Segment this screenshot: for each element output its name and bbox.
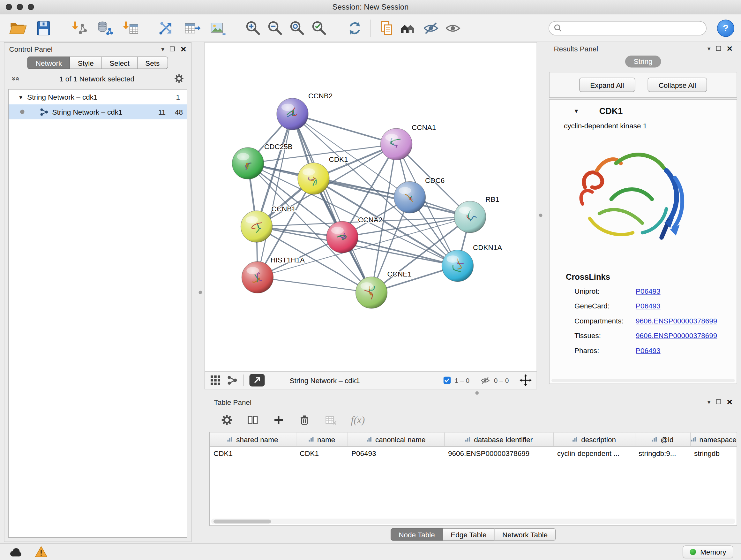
network-collection-row[interactable]: ▼ String Network – cdk1 1 <box>9 90 187 105</box>
column-header-shared-name[interactable]: shared name <box>210 433 296 447</box>
results-panel: Results Panel ▾ × String Expand All Coll… <box>549 42 738 384</box>
function-builder-icon[interactable]: f(x) <box>351 414 365 426</box>
control-panel-controls: ▾ × <box>161 45 186 53</box>
network-row-label: String Network – cdk1 <box>52 108 123 116</box>
network-share-icon <box>40 108 49 116</box>
show-columns-icon[interactable] <box>247 414 259 426</box>
new-table-button[interactable] <box>181 17 203 39</box>
import-network-database-button[interactable] <box>94 17 116 39</box>
results-scrollbar[interactable] <box>551 379 735 382</box>
node-label-CCNB1: CCNB1 <box>272 205 296 213</box>
tree-expand-icon[interactable]: ▼ <box>18 94 23 100</box>
selected-checkbox-icon[interactable] <box>443 376 451 384</box>
open-session-button[interactable] <box>7 17 29 39</box>
horizontal-splitter-handle[interactable] <box>475 391 479 395</box>
collapse-all-button[interactable]: Collapse All <box>648 78 707 92</box>
collapse-panel-icon[interactable]: ▾ <box>708 45 711 52</box>
zoom-in-button[interactable] <box>242 17 264 39</box>
open-in-new-window-button[interactable] <box>250 374 265 387</box>
string-home-button[interactable] <box>398 17 420 39</box>
float-panel-icon[interactable] <box>716 399 721 404</box>
crosslink-link[interactable]: P06493 <box>636 287 661 295</box>
close-panel-icon[interactable]: × <box>727 45 732 52</box>
column-header-canonical-name[interactable]: canonical name <box>347 433 444 447</box>
search-input[interactable] <box>566 23 701 33</box>
share-network-icon[interactable] <box>227 375 238 386</box>
tab-style[interactable]: Style <box>70 57 102 69</box>
save-session-button[interactable] <box>32 17 55 39</box>
network-row-counts: 11 48 <box>152 108 187 116</box>
network-row[interactable]: String Network – cdk1 11 48 <box>9 105 187 119</box>
tab-network[interactable]: Network <box>27 57 70 69</box>
gene-section-header[interactable]: ▼ CDK1 <box>549 103 737 120</box>
current-network-indicator <box>20 110 24 114</box>
new-network-button[interactable] <box>155 17 177 39</box>
help-button[interactable]: ? <box>717 19 734 37</box>
cloud-icon[interactable] <box>8 546 23 557</box>
tab-string[interactable]: String <box>625 56 661 68</box>
column-header--id[interactable]: @id <box>635 433 690 447</box>
hide-selected-button[interactable] <box>420 17 442 39</box>
network-options-gear-icon[interactable] <box>174 73 185 84</box>
tab-edge-table[interactable]: Edge Table <box>443 528 495 541</box>
import-network-database-icon <box>96 19 114 37</box>
add-column-icon[interactable] <box>273 414 285 426</box>
vertical-splitter-handle[interactable] <box>199 291 202 294</box>
float-panel-icon[interactable] <box>170 47 175 51</box>
close-window-button[interactable] <box>6 4 12 10</box>
tab-network-table[interactable]: Network Table <box>495 528 556 541</box>
hidden-eye-icon[interactable] <box>480 375 490 385</box>
crosslink-link[interactable]: P06493 <box>636 302 661 310</box>
column-header-name[interactable]: name <box>296 433 347 447</box>
import-table-button[interactable] <box>120 17 142 39</box>
table-cell: CDK1 <box>210 446 296 460</box>
minimize-window-button[interactable] <box>17 4 23 10</box>
zoom-selected-button[interactable] <box>308 17 330 39</box>
column-header-description[interactable]: description <box>553 433 635 447</box>
copy-button[interactable] <box>376 17 398 39</box>
close-panel-icon[interactable]: × <box>727 398 732 405</box>
network-view[interactable]: CCNB2CCNA1CDC25BCDK1CDC6RB1CCNB1CCNA2CDK… <box>205 42 537 371</box>
column-header-database-identifier[interactable]: database identifier <box>444 433 553 447</box>
collapse-panel-icon[interactable]: ▾ <box>161 45 164 53</box>
table-settings-gear-icon[interactable] <box>221 414 233 426</box>
zoom-fit-button[interactable] <box>286 17 308 39</box>
copy-documents-icon <box>378 19 395 37</box>
zoom-out-button[interactable] <box>264 17 286 39</box>
import-network-file-button[interactable] <box>68 17 90 39</box>
results-splitter-handle[interactable] <box>539 213 542 217</box>
close-panel-icon[interactable]: × <box>181 46 186 52</box>
node-label-CCNA2: CCNA2 <box>358 216 382 224</box>
birds-eye-view-icon[interactable] <box>210 374 221 386</box>
table-row[interactable]: CDK1CDK1P064939606.ENSP00000378699cyclin… <box>210 446 737 460</box>
delete-table-icon <box>324 414 338 426</box>
maximize-window-button[interactable] <box>28 4 34 10</box>
collapse-panel-icon[interactable]: ▾ <box>708 398 711 406</box>
warning-icon[interactable] <box>35 546 48 558</box>
crosslink-label: GeneCard: <box>575 302 636 310</box>
toolbar-separator <box>243 374 244 386</box>
control-panel-header: Control Panel ▾ × <box>4 43 191 55</box>
delete-column-trash-icon[interactable] <box>298 414 311 426</box>
crosslink-link[interactable]: 9606.ENSP00000378699 <box>636 331 717 340</box>
crosslink-link[interactable]: 9606.ENSP00000378699 <box>636 317 717 325</box>
table-header-row: shared namenamecanonical namedatabase id… <box>210 433 737 447</box>
scrollbar-thumb[interactable] <box>213 519 271 523</box>
refresh-layout-button[interactable] <box>344 17 366 39</box>
section-collapse-icon[interactable]: ▼ <box>574 108 579 115</box>
float-panel-icon[interactable] <box>716 46 721 51</box>
expand-all-button[interactable]: Expand All <box>579 78 635 92</box>
network-canvas[interactable]: CCNB2CCNA1CDC25BCDK1CDC6RB1CCNB1CCNA2CDK… <box>205 43 537 371</box>
column-header-namespace[interactable]: namespace <box>690 433 737 447</box>
show-all-button[interactable] <box>442 17 464 39</box>
tab-select[interactable]: Select <box>102 57 138 69</box>
table-horizontal-scrollbar <box>211 519 736 524</box>
collapse-all-networks-icon[interactable]: « <box>14 77 22 81</box>
tab-node-table[interactable]: Node Table <box>391 528 443 541</box>
export-image-button[interactable] <box>207 17 229 39</box>
move-crosshair-icon[interactable] <box>520 374 532 387</box>
tab-sets[interactable]: Sets <box>138 57 168 69</box>
crosslink-link[interactable]: P06493 <box>636 347 661 355</box>
memory-button[interactable]: Memory <box>683 545 733 558</box>
node-label-HIST1H1A: HIST1H1A <box>271 256 305 264</box>
